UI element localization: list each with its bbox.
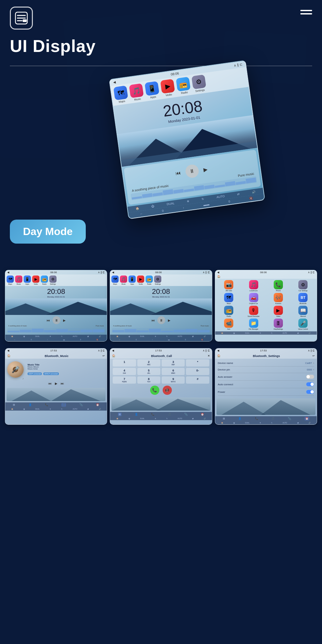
device-pin-arrow[interactable]: › xyxy=(313,368,314,371)
bt-s-tab1[interactable]: ⊞ xyxy=(223,417,225,420)
p2-slider[interactable]: ▬ xyxy=(168,339,170,341)
bt-m-tab3[interactable]: 📞 xyxy=(45,403,48,406)
p3-vol[interactable]: 🔊 xyxy=(309,332,310,334)
mute-icon[interactable]: 🔇 xyxy=(249,197,253,200)
bt-m-tab5[interactable]: 📎 xyxy=(80,403,83,406)
bt-s-arrows[interactable]: ⇄ xyxy=(297,422,299,424)
p1-app-settings[interactable]: ⚙ Settings xyxy=(49,275,57,285)
p2-arrows[interactable]: ⇄ xyxy=(192,335,194,337)
volume-icon[interactable]: 🔊 xyxy=(252,190,256,194)
p1-fan[interactable]: ❄ xyxy=(50,335,51,337)
dial-key-7[interactable]: 7PQRS xyxy=(113,376,136,384)
bt-play[interactable]: ▶ xyxy=(55,382,58,385)
bt-s-tab4[interactable]: 🎵 xyxy=(271,417,275,420)
bt-settings-home-icon[interactable]: 🏠 xyxy=(217,354,220,357)
p2-next[interactable]: ▶ xyxy=(168,319,171,322)
bt-c-tab2[interactable]: 👤 xyxy=(135,413,138,416)
back-icon[interactable]: ← xyxy=(140,212,143,216)
bt-m-arrows[interactable]: ⇄ xyxy=(87,408,89,410)
bt-c-power[interactable]: ⏻ xyxy=(128,417,130,419)
grid-app-kuwooo[interactable]: 🎶 Kuwooo xyxy=(266,293,290,304)
bt-s-home[interactable]: 🏠 xyxy=(221,422,223,424)
grid-app-bt[interactable]: BT Bluetooth xyxy=(291,293,315,304)
slider-area[interactable]: ▬▬ xyxy=(203,203,209,206)
p1-arrows[interactable]: ⇄ xyxy=(87,335,89,337)
dial-key-8[interactable]: 8TUV xyxy=(137,376,160,384)
auto-answer-toggle[interactable] xyxy=(306,375,314,379)
dial-key-9[interactable]: 9WXYZ xyxy=(162,376,185,384)
grid-app-maps[interactable]: 🗺 Maps xyxy=(217,293,241,304)
recycle-icon[interactable]: ↻ xyxy=(201,197,204,201)
auto-connect-toggle[interactable] xyxy=(306,382,314,386)
fan-icon[interactable]: ❄ xyxy=(187,200,190,203)
p1-recycle[interactable]: ↻ xyxy=(61,335,62,337)
app-icon-vedio[interactable]: ▶ Vedio xyxy=(160,79,175,97)
p2-power[interactable]: ⏻ xyxy=(128,335,130,337)
answer-call-button[interactable]: 📞 xyxy=(150,386,159,395)
dial-key-star[interactable]: * xyxy=(186,359,209,367)
app-icon-apps[interactable]: 📱 Apps xyxy=(145,81,160,100)
grid-app-voicecontrol[interactable]: 🎤 Voice Control xyxy=(291,319,315,330)
bt-s-fan[interactable]: ❄ xyxy=(260,422,261,424)
p1-home[interactable]: 🏠 xyxy=(11,335,13,337)
dial-key-2[interactable]: 2ABC xyxy=(137,359,160,367)
bt-m-power[interactable]: ⏻ xyxy=(23,408,25,410)
grid-app-video[interactable]: ▶ Video xyxy=(266,306,290,317)
bt-c-vol[interactable]: 🔊 xyxy=(204,417,206,419)
p1-next[interactable]: ▶ xyxy=(63,319,66,322)
dial-key-3[interactable]: 3DEF xyxy=(162,359,185,367)
grid-app-avin[interactable]: 📹 Avin xyxy=(217,319,241,330)
p1-vol[interactable]: 🔊 xyxy=(99,335,101,337)
bt-m-fan[interactable]: ❄ xyxy=(50,408,51,410)
power-toggle[interactable] xyxy=(306,390,314,394)
dial-key-0minus[interactable]: 0- xyxy=(186,368,209,375)
dial-key-1[interactable]: 1 xyxy=(113,359,136,367)
p2-prev[interactable]: ⏮ xyxy=(151,319,155,322)
bt-c-tab4[interactable]: 🎵 xyxy=(168,413,171,416)
power-icon[interactable]: ⏻ xyxy=(151,204,154,208)
p1-app-music[interactable]: 🎵 Music xyxy=(15,275,22,285)
p1-mute[interactable]: 🔇 xyxy=(96,339,98,341)
grid-app-dispsettings[interactable]: 🎛 DispSettings xyxy=(266,319,290,330)
p2-fan[interactable]: ❄ xyxy=(155,335,156,337)
bt-c-recycle[interactable]: ↻ xyxy=(166,417,168,419)
bt-c-tab1-active[interactable]: ⊞ xyxy=(118,413,122,416)
home-icon[interactable]: 🏠 xyxy=(135,206,139,210)
grid-app-originalcar[interactable]: 🚗 Original Car xyxy=(242,293,265,304)
bt-call-close-icon[interactable]: ✕ xyxy=(208,354,210,357)
p1-app-radio[interactable]: 📻 Radio xyxy=(41,275,48,285)
dial-key-4[interactable]: 4GHI xyxy=(113,368,136,375)
p3-recycle[interactable]: ↻ xyxy=(271,332,272,334)
p1-power[interactable]: ⏻ xyxy=(23,335,25,337)
p2-temp[interactable]: ↑ xyxy=(152,339,153,341)
p2-app-music[interactable]: 🎵 Music xyxy=(120,275,127,285)
bt-s-tab6-active[interactable]: ⏰ xyxy=(305,417,309,420)
p1-temp[interactable]: ↑ xyxy=(47,339,48,341)
p1-app-maps[interactable]: 🗺 Maps xyxy=(7,275,14,285)
next-button[interactable]: ▶ xyxy=(203,166,208,173)
p2-app-radio[interactable]: 📻 Radio xyxy=(146,275,153,285)
grid-app-phone[interactable]: 📞 Phone xyxy=(266,280,290,292)
p1-play[interactable]: ⏸ xyxy=(53,316,60,324)
hamburger-menu-icon[interactable] xyxy=(300,7,312,14)
bt-s-recycle[interactable]: ↻ xyxy=(271,422,272,424)
p2-app-apps[interactable]: 📱 Apps xyxy=(128,275,136,285)
app-icon-radio[interactable]: 📻 Radio xyxy=(176,77,191,95)
bt-m-tab6[interactable]: ⏰ xyxy=(96,403,99,406)
bt-s-tab3[interactable]: 📞 xyxy=(255,417,258,420)
bt-s-tab2[interactable]: 👤 xyxy=(238,417,242,420)
bt-c-tab6[interactable]: ⏰ xyxy=(201,413,204,416)
p2-app-settings[interactable]: ⚙ Settings xyxy=(154,275,161,285)
bt-m-vol[interactable]: 🔊 xyxy=(99,408,101,410)
grid-app-manual[interactable]: 📖 Manual xyxy=(291,306,315,317)
arrows-icon[interactable]: ⇄ xyxy=(237,192,240,196)
bt-music-close-icon[interactable]: ↩ xyxy=(103,354,105,357)
p1-slider[interactable]: ▬ xyxy=(63,339,65,341)
p3-arrows[interactable]: ⇄ xyxy=(297,332,299,334)
p3-power[interactable]: ⏻ xyxy=(233,332,235,334)
dial-key-hash[interactable]: # xyxy=(186,376,209,384)
bt-s-tab5[interactable]: 📎 xyxy=(288,417,291,420)
bt-next[interactable]: ⏭ xyxy=(61,382,64,385)
end-call-button[interactable]: 📵 xyxy=(163,386,172,395)
grid-app-360[interactable]: 📷 360 view xyxy=(217,280,241,292)
